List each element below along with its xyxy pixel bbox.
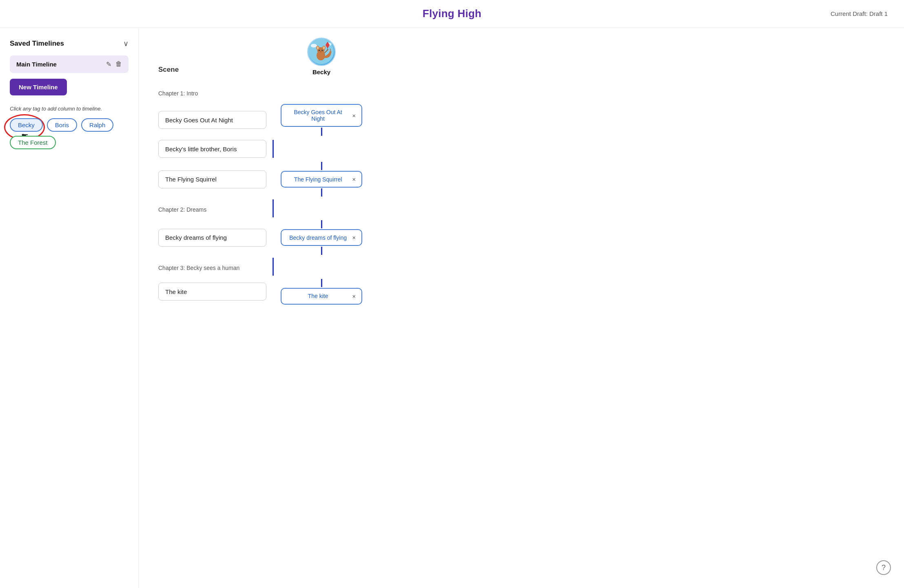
tag-becky[interactable]: Becky	[10, 118, 43, 132]
app-title: Flying High	[423, 7, 481, 20]
sidebar: Saved Timelines ∨ Main Timeline ✎ 🗑 New …	[0, 28, 139, 588]
svg-point-13	[319, 50, 320, 50]
becky-col-header: Becky	[273, 38, 370, 75]
becky-avatar	[307, 38, 336, 66]
event-box-text: Becky dreams of flying	[287, 234, 349, 241]
connector-pass-through	[273, 199, 274, 217]
scene-cell: The kite	[158, 279, 273, 305]
delete-timeline-icon[interactable]: 🗑	[115, 60, 122, 68]
scene-cell: Chapter 2: Dreams	[158, 197, 273, 220]
tag-ralph[interactable]: Ralph	[81, 118, 113, 132]
scene-cell: The Flying Squirrel	[158, 166, 273, 192]
connector-line-above	[321, 220, 322, 228]
becky-connector-cell: Becky Goes Out At Night×	[273, 104, 370, 136]
timeline-row: The Flying SquirrelThe Flying Squirrel×	[158, 162, 884, 197]
remove-event-button[interactable]: ×	[352, 112, 356, 119]
timeline-row: The kiteThe kite×	[158, 279, 884, 305]
tags-row-2: The Forest	[10, 136, 129, 149]
svg-point-9	[317, 46, 319, 50]
main-timeline-item: Main Timeline ✎ 🗑	[10, 55, 129, 73]
becky-connector-cell: The Flying Squirrel×	[273, 162, 370, 197]
becky-connector-cell	[273, 140, 370, 158]
event-box-text: The kite	[287, 293, 349, 299]
saved-timelines-label: Saved Timelines	[10, 40, 64, 48]
timeline-content: Scene	[139, 28, 904, 588]
column-headers: Scene	[158, 38, 884, 75]
connector-line-above	[321, 162, 322, 170]
svg-point-14	[322, 50, 323, 50]
becky-event-box: The kite×	[281, 288, 362, 305]
event-box-text: Becky Goes Out At Night	[287, 109, 349, 122]
becky-event-box: The Flying Squirrel×	[281, 171, 362, 188]
edit-timeline-icon[interactable]: ✎	[106, 60, 111, 68]
scene-cell: Chapter 3: Becky sees a human	[158, 255, 273, 279]
becky-connector-cell: Becky dreams of flying×	[273, 220, 370, 255]
timeline-row: Becky's little brother, Boris	[158, 136, 884, 162]
svg-point-12	[321, 49, 323, 51]
timeline-row: Becky Goes Out At NightBecky Goes Out At…	[158, 104, 884, 136]
svg-point-1	[311, 44, 317, 48]
becky-event-box: Becky dreams of flying×	[281, 229, 362, 246]
main-timeline-label: Main Timeline	[16, 61, 57, 68]
scene-box: The Flying Squirrel	[158, 170, 266, 188]
chapter-label: Chapter 1: Intro	[158, 84, 273, 100]
scene-col-header: Scene	[158, 66, 273, 75]
timeline-row: Chapter 2: Dreams	[158, 197, 884, 220]
timeline-item-actions: ✎ 🗑	[106, 60, 122, 68]
sidebar-header: Saved Timelines ∨	[10, 39, 129, 48]
tag-boris[interactable]: Boris	[47, 118, 77, 132]
tag-forest[interactable]: The Forest	[10, 136, 56, 149]
connector-line-below	[321, 188, 322, 197]
becky-col-name: Becky	[312, 69, 330, 75]
tag-hint-text: Click any tag to add column to timeline.	[10, 105, 129, 113]
connector-line-below	[321, 128, 322, 136]
chapter-label: Chapter 2: Dreams	[158, 201, 273, 216]
scene-cell: Becky Goes Out At Night	[158, 107, 273, 133]
timeline-grid: Chapter 1: IntroBecky Goes Out At NightB…	[158, 80, 884, 305]
new-timeline-button[interactable]: New Timeline	[10, 79, 67, 95]
connector-line-below	[321, 247, 322, 255]
scene-cell: Chapter 1: Intro	[158, 80, 273, 104]
becky-tag-wrapper: Becky ☛	[10, 118, 43, 132]
scene-cell: Becky dreams of flying	[158, 225, 273, 251]
svg-point-11	[319, 49, 320, 51]
becky-connector-cell	[273, 83, 370, 101]
timelines-collapse-icon[interactable]: ∨	[123, 39, 129, 48]
becky-connector-cell	[273, 199, 370, 217]
chapter-label: Chapter 3: Becky sees a human	[158, 259, 273, 274]
draft-label: Current Draft: Draft 1	[831, 10, 888, 17]
timeline-row: Becky dreams of flyingBecky dreams of fl…	[158, 220, 884, 255]
main-layout: Saved Timelines ∨ Main Timeline ✎ 🗑 New …	[0, 28, 904, 588]
becky-connector-cell	[273, 258, 370, 276]
connector-pass-through	[273, 258, 274, 276]
event-box-text: The Flying Squirrel	[287, 176, 349, 183]
connector-line-above	[321, 279, 322, 287]
scene-box: Becky dreams of flying	[158, 229, 266, 247]
app-header: Flying High Current Draft: Draft 1	[0, 0, 904, 28]
connector-pass-through	[273, 140, 274, 158]
becky-event-box: Becky Goes Out At Night×	[281, 104, 362, 127]
scene-cell: Becky's little brother, Boris	[158, 136, 273, 162]
timeline-row: Chapter 1: Intro	[158, 80, 884, 104]
remove-event-button[interactable]: ×	[352, 293, 356, 300]
svg-point-10	[323, 46, 325, 50]
svg-point-15	[320, 51, 321, 52]
help-button[interactable]: ?	[876, 560, 891, 575]
remove-event-button[interactable]: ×	[352, 176, 356, 183]
scene-box: The kite	[158, 283, 266, 301]
timeline-row: Chapter 3: Becky sees a human	[158, 255, 884, 279]
tags-row: Becky ☛ Boris Ralph	[10, 118, 129, 132]
remove-event-button[interactable]: ×	[352, 234, 356, 241]
becky-connector-cell: The kite×	[273, 279, 370, 305]
scene-box: Becky Goes Out At Night	[158, 111, 266, 129]
scene-box: Becky's little brother, Boris	[158, 140, 266, 158]
